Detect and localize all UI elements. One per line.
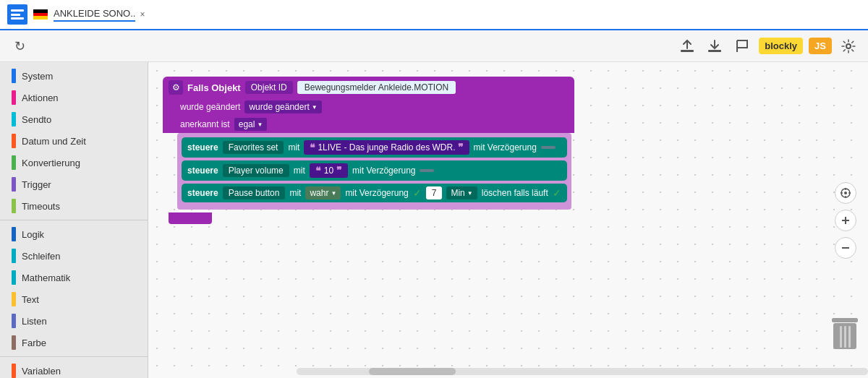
block-steuere-3: steuere Pause button mit wahr ▼ mit Verz… <box>182 184 567 202</box>
sidebar-item-label: Mathematik <box>22 272 70 283</box>
sidebar-item-label: Logik <box>22 229 44 240</box>
upload-button[interactable] <box>676 35 698 57</box>
sidebar-indicator <box>12 69 16 83</box>
trash-area[interactable] <box>833 323 856 349</box>
sidebar-item-label: Konvertierung <box>22 158 80 168</box>
sidebar-item-system[interactable]: System <box>0 65 148 87</box>
sidebar-item-aktionen[interactable]: Aktionen <box>0 87 148 108</box>
tab-close-button[interactable]: × <box>140 9 145 20</box>
check-icon: ✓ <box>413 187 422 199</box>
header: ANKLEIDE SONO.. × <box>0 0 868 30</box>
main-layout: System Aktionen Sendto Datum und Zeit Ko… <box>0 62 868 378</box>
gear-icon: ⚙ <box>169 80 183 95</box>
sidebar-item-label: Datum und Zeit <box>22 136 86 147</box>
close-quote-icon: ❞ <box>458 142 464 153</box>
anerkannt-ist-label: anerkannt ist <box>180 119 230 129</box>
toolbar-right: blockly JS <box>676 35 859 57</box>
app-logo <box>7 4 27 25</box>
block-steuere-1: steuere Favorites set mit ❝ 1LIVE - Das … <box>182 137 567 158</box>
sidebar-indicator <box>12 249 16 263</box>
sidebar-indicator <box>12 134 16 148</box>
settings-button[interactable] <box>838 35 859 57</box>
sidebar-item-label: Text <box>22 294 39 305</box>
sidebar-item-konvertierung[interactable]: Konvertierung <box>0 152 148 173</box>
sidebar-indicator <box>12 155 16 170</box>
flag-button[interactable] <box>731 35 753 57</box>
sidebar-indicator <box>12 112 16 126</box>
sidebar-item-label: Sendto <box>22 114 51 125</box>
sidebar-indicator <box>12 270 16 285</box>
sidebar-item-variablen[interactable]: Variablen <box>0 360 148 378</box>
download-button[interactable] <box>704 35 726 57</box>
sidebar-indicator <box>12 364 16 378</box>
sidebar-item-trigger[interactable]: Trigger <box>0 173 148 195</box>
trash-icon <box>833 323 856 349</box>
svg-rect-1 <box>708 50 721 52</box>
dropdown-arrow-icon: ▼ <box>467 190 473 197</box>
sidebar-item-label: Listen <box>22 316 47 327</box>
dropdown-arrow-icon: ▼ <box>331 190 336 197</box>
sidebar-item-label: Timeouts <box>22 201 60 212</box>
delay-btn-1[interactable] <box>541 146 556 149</box>
objekt-id-tag: Objekt ID <box>245 81 293 94</box>
sidebar-item-datum-zeit[interactable]: Datum und Zeit <box>0 130 148 152</box>
block-bottom-tab <box>169 212 212 224</box>
sidebar-item-schleifen[interactable]: Schleifen <box>0 245 148 267</box>
tab-title[interactable]: ANKLEIDE SONO.. <box>54 8 135 22</box>
player-volume-tag[interactable]: Player volume <box>223 164 289 177</box>
sidebar-indicator <box>12 227 16 241</box>
sidebar-item-logik[interactable]: Logik <box>0 223 148 245</box>
sidebar-item-label: Aktionen <box>22 93 59 103</box>
svg-point-2 <box>846 44 851 48</box>
wahr-dropdown[interactable]: wahr ▼ <box>305 186 341 199</box>
sidebar-item-listen[interactable]: Listen <box>0 310 148 332</box>
block-steuere-2: steuere Player volume mit ❝ 10 ❞ mit Ver… <box>182 160 567 181</box>
pause-button-tag[interactable]: Pause button <box>223 186 286 199</box>
logo-line <box>11 14 20 16</box>
egal-dropdown[interactable]: egal ▼ <box>234 118 268 131</box>
close-quote-icon: ❞ <box>336 165 342 176</box>
sidebar-item-sendto[interactable]: Sendto <box>0 108 148 130</box>
canvas-zoom-in-button[interactable] <box>835 210 856 231</box>
motion-value[interactable]: Bewegungsmelder Ankleide.MOTION <box>297 81 456 94</box>
sidebar: System Aktionen Sendto Datum und Zeit Ko… <box>0 62 148 378</box>
favorites-set-tag[interactable]: Favorites set <box>223 141 284 154</box>
wurde-geandert-dropdown[interactable]: wurde geändert ▼ <box>244 100 321 113</box>
sidebar-item-label: Farbe <box>22 338 46 348</box>
sidebar-item-label: Trigger <box>22 179 51 190</box>
scrollbar-thumb[interactable] <box>369 368 456 375</box>
canvas-horizontal-scrollbar[interactable] <box>297 368 868 375</box>
sidebar-item-mathematik[interactable]: Mathematik <box>0 267 148 288</box>
canvas-target-button[interactable] <box>835 182 856 204</box>
sidebar-item-label: Variablen <box>22 366 61 377</box>
block-falls-objekt: ⚙ Falls Objekt Objekt ID Bewegungsmelder… <box>163 77 574 224</box>
dropdown-arrow-icon: ▼ <box>257 121 263 128</box>
number-field-2[interactable]: ❝ 10 ❞ <box>310 163 348 178</box>
svg-rect-0 <box>681 50 694 52</box>
blockly-button[interactable]: blockly <box>759 38 803 54</box>
sidebar-indicator <box>12 292 16 306</box>
blockly-canvas[interactable]: ⚙ Falls Objekt Objekt ID Bewegungsmelder… <box>148 62 868 378</box>
sidebar-item-label: System <box>22 71 53 82</box>
open-quote-icon: ❝ <box>315 165 321 176</box>
sidebar-item-farbe[interactable]: Farbe <box>0 332 148 353</box>
refresh-button[interactable]: ↻ <box>9 35 30 57</box>
delay-number-3[interactable]: 7 <box>426 186 443 199</box>
js-button[interactable]: JS <box>809 38 832 54</box>
canvas-zoom-out-button[interactable] <box>835 237 856 259</box>
sidebar-item-timeouts[interactable]: Timeouts <box>0 195 148 217</box>
delay-btn-2[interactable] <box>420 169 434 172</box>
canvas-controls <box>835 182 856 259</box>
min-dropdown[interactable]: Min ▼ <box>446 186 477 199</box>
string-field-1[interactable]: ❝ 1LIVE - Das junge Radio des WDR. ❞ <box>304 140 469 155</box>
sidebar-item-label: Schleifen <box>22 251 60 262</box>
svg-point-4 <box>844 192 847 194</box>
open-quote-icon: ❝ <box>310 142 315 153</box>
falls-objekt-label: Falls Objekt <box>187 82 241 93</box>
sidebar-indicator <box>12 177 16 192</box>
dropdown-arrow-icon: ▼ <box>312 104 318 111</box>
german-flag-icon <box>33 9 48 20</box>
sidebar-item-text[interactable]: Text <box>0 288 148 310</box>
sidebar-indicator <box>12 90 16 105</box>
logo-line <box>11 17 24 20</box>
